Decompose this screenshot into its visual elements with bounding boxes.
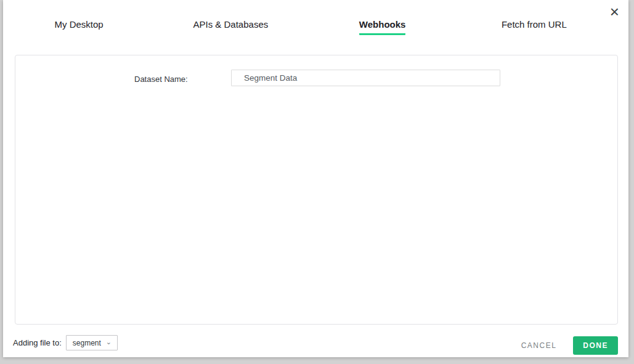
tab-apis-databases[interactable]: APIs & Databases — [155, 17, 306, 37]
tab-bar: My Desktop APIs & Databases Webhooks Fet… — [3, 17, 610, 37]
tab-label: My Desktop — [55, 19, 104, 35]
dataset-name-input[interactable] — [231, 70, 500, 86]
footer-left: Adding file to: segment ⌄ — [13, 335, 118, 350]
cancel-button[interactable]: CANCEL — [521, 341, 557, 350]
close-icon[interactable]: × — [610, 4, 619, 20]
upload-modal: × My Desktop APIs & Databases Webhooks F… — [3, 0, 628, 357]
tab-label: Webhooks — [359, 19, 406, 35]
adding-file-to-label: Adding file to: — [13, 338, 62, 347]
folder-select-value: segment — [73, 339, 101, 347]
done-button[interactable]: DONE — [573, 336, 618, 355]
footer-right: CANCEL DONE — [521, 336, 618, 355]
tab-label: APIs & Databases — [193, 19, 269, 35]
tab-my-desktop[interactable]: My Desktop — [3, 17, 155, 37]
folder-select-dropdown[interactable]: segment ⌄ — [66, 335, 118, 350]
tab-webhooks[interactable]: Webhooks — [307, 17, 458, 37]
chevron-down-icon: ⌄ — [106, 339, 112, 344]
tab-label: Fetch from URL — [502, 19, 567, 35]
webhooks-panel: Dataset Name: — [15, 55, 618, 325]
tab-fetch-from-url[interactable]: Fetch from URL — [458, 17, 610, 37]
dataset-name-label: Dataset Name: — [134, 75, 188, 84]
